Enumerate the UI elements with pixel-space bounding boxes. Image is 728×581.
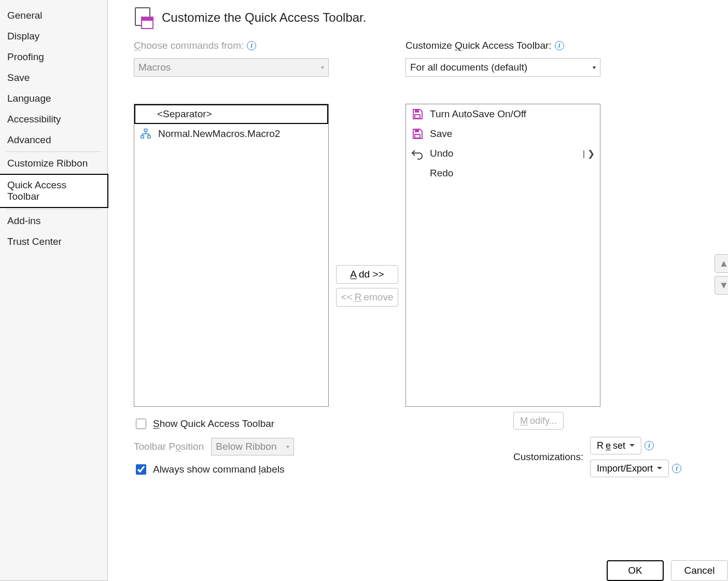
svg-rect-2 <box>148 136 151 139</box>
import-export-dropdown[interactable]: Import/Export <box>590 460 669 477</box>
toolbar-position-combo: Below Ribbon▾ <box>211 438 294 455</box>
save-icon <box>411 128 424 140</box>
list-item-label: Undo <box>430 148 577 159</box>
customizations-label: Customizations: <box>513 451 581 463</box>
show-qat-label[interactable]: Show Quick Access Toolbar <box>153 418 274 430</box>
info-icon[interactable]: i <box>645 441 654 450</box>
always-show-labels-label[interactable]: Always show command labels <box>153 464 284 475</box>
choose-commands-label: Choose commands from: i <box>134 38 329 53</box>
svg-rect-3 <box>415 109 419 113</box>
move-down-button[interactable]: ▼ <box>715 276 728 295</box>
move-up-button[interactable]: ▲ <box>715 254 728 273</box>
sidebar-item-display[interactable]: Display <box>0 26 107 47</box>
options-sidebar: GeneralDisplayProofingSaveLanguageAccess… <box>0 0 108 581</box>
macro-icon <box>139 128 152 140</box>
svg-rect-6 <box>415 134 420 138</box>
sidebar-item-add-ins[interactable]: Add-ins <box>0 211 107 231</box>
autosave-icon <box>411 108 424 120</box>
svg-rect-0 <box>144 129 147 132</box>
list-item-label: Redo <box>430 168 595 179</box>
show-qat-checkbox[interactable] <box>136 419 146 429</box>
list-item[interactable]: Redo <box>406 163 600 183</box>
sidebar-item-accessibility[interactable]: Accessibility <box>0 109 107 130</box>
sidebar-item-quick-access-toolbar[interactable]: Quick Access Toolbar <box>0 174 108 208</box>
sidebar-item-trust-center[interactable]: Trust Center <box>0 231 107 252</box>
add-button[interactable]: Add >> <box>336 265 398 284</box>
sidebar-item-proofing[interactable]: Proofing <box>0 47 107 67</box>
always-show-labels-checkbox[interactable] <box>136 464 146 475</box>
customize-qat-label: Customize Quick Access Toolbar: i <box>405 38 600 53</box>
list-item[interactable]: <Separator> <box>134 104 328 124</box>
toolbar-position-label: Toolbar Position <box>134 441 204 452</box>
undo-icon <box>411 147 424 160</box>
remove-button: << Remove <box>336 288 398 307</box>
cancel-button[interactable]: Cancel <box>671 560 728 581</box>
page-title: Customize the Quick Access Toolbar. <box>162 10 366 25</box>
sidebar-item-language[interactable]: Language <box>0 88 107 109</box>
info-icon[interactable]: i <box>247 41 256 50</box>
svg-rect-4 <box>415 115 420 118</box>
sidebar-item-save[interactable]: Save <box>0 67 107 88</box>
list-item[interactable]: Undo| ❯ <box>406 144 600 163</box>
sidebar-separator <box>6 151 101 152</box>
toolbar-listbox[interactable]: Turn AutoSave On/OffSaveUndo| ❯Redo <box>405 104 600 407</box>
info-icon[interactable]: i <box>555 41 564 50</box>
list-item[interactable]: Save <box>406 124 600 144</box>
sidebar-item-customize-ribbon[interactable]: Customize Ribbon <box>0 153 107 174</box>
list-item[interactable]: Normal.NewMacros.Macro2 <box>134 124 328 144</box>
none-icon <box>411 167 424 179</box>
choose-commands-combo: Macros▾ <box>134 58 329 77</box>
reset-dropdown[interactable]: Reset <box>590 437 641 454</box>
list-item-label: Turn AutoSave On/Off <box>430 108 595 120</box>
svg-rect-1 <box>141 136 144 139</box>
list-item-label: <Separator> <box>157 108 322 120</box>
sidebar-item-advanced[interactable]: Advanced <box>0 130 107 150</box>
sidebar-item-general[interactable]: General <box>0 5 107 26</box>
commands-listbox[interactable]: <Separator>Normal.NewMacros.Macro2 <box>134 104 329 407</box>
info-icon[interactable]: i <box>672 464 681 473</box>
ok-button[interactable]: OK <box>607 560 664 581</box>
svg-rect-5 <box>415 129 419 132</box>
customize-qat-combo[interactable]: For all documents (default)▾ <box>405 58 600 77</box>
list-item[interactable]: Turn AutoSave On/Off <box>406 104 600 124</box>
list-item-label: Save <box>430 128 595 140</box>
list-item-label: Normal.NewMacros.Macro2 <box>158 128 323 140</box>
modify-button: Modify... <box>513 412 564 430</box>
sidebar-separator <box>6 209 101 210</box>
qat-header-icon <box>134 7 155 28</box>
submenu-indicator: | ❯ <box>583 148 595 159</box>
